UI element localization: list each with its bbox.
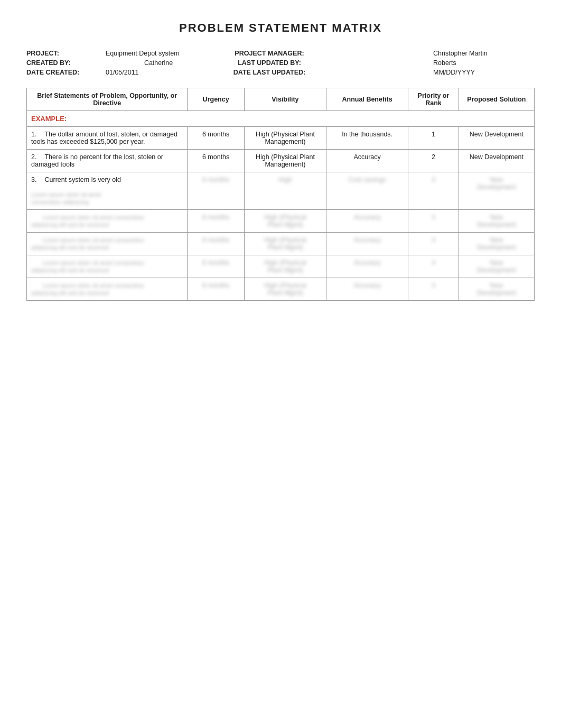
priority-cell-2: 3 (408, 172, 459, 210)
table-row: Lorem ipsum dolor sit amet consecteturad… (27, 255, 535, 278)
priority-cell-5: 3 (408, 255, 459, 278)
header-benefits: Annual Benefits (326, 88, 408, 111)
last-updated-label: LAST UPDATED BY: (211, 59, 328, 67)
header-priority: Priority or Rank (408, 88, 459, 111)
manager-label: PROJECT MANAGER: (211, 50, 328, 57)
problem-cell-4: Lorem ipsum dolor sit amet consecteturad… (27, 233, 188, 255)
benefits-cell-0: In the thousands. (326, 127, 408, 150)
benefits-cell-2: Cost savings (326, 172, 408, 210)
last-updated-value: Roberts (433, 59, 539, 67)
table-row: 2. There is no percent for the lost, sto… (27, 150, 535, 172)
benefits-cell-4: Accuracy (326, 233, 408, 255)
urgency-cell-0: 6 months (188, 127, 244, 150)
proposed-cell-0: New Development (459, 127, 534, 150)
problem-cell-3: Lorem ipsum dolor sit amet consecteturad… (27, 210, 188, 233)
created-by-value: Catherine (106, 59, 211, 67)
urgency-cell-5: 6 months (188, 255, 244, 278)
table-row: Lorem ipsum dolor sit amet consecteturad… (27, 210, 535, 233)
proposed-cell-4: NewDevelopment (459, 233, 534, 255)
priority-cell-0: 1 (408, 127, 459, 150)
proposed-cell-6: NewDevelopment (459, 278, 534, 301)
visibility-cell-0: High (Physical Plant Management) (244, 127, 326, 150)
problem-cell-1: 2. There is no percent for the lost, sto… (27, 150, 188, 172)
urgency-cell-3: 6 months (188, 210, 244, 233)
urgency-cell-2: 6 months (188, 172, 244, 210)
benefits-cell-3: Accuracy (326, 210, 408, 233)
problem-cell-6: Lorem ipsum dolor sit amet consecteturad… (27, 278, 188, 301)
date-last-updated-value: MM/DD/YYYY (433, 69, 539, 76)
date-created-label: DATE CREATED: (26, 69, 106, 76)
priority-cell-3: 3 (408, 210, 459, 233)
visibility-cell-5: High (PhysicalPlant Mgmt) (244, 255, 326, 278)
header-visibility: Visibility (244, 88, 326, 111)
table-row: Lorem ipsum dolor sit amet consecteturad… (27, 278, 535, 301)
table-row: Lorem ipsum dolor sit amet consecteturad… (27, 233, 535, 255)
proposed-cell-5: NewDevelopment (459, 255, 534, 278)
visibility-cell-4: High (PhysicalPlant Mgmt) (244, 233, 326, 255)
visibility-cell-6: High (PhysicalPlant Mgmt) (244, 278, 326, 301)
header-proposed: Proposed Solution (459, 88, 534, 111)
benefits-cell-5: Accuracy (326, 255, 408, 278)
date-last-updated-label: DATE LAST UPDATED: (211, 69, 328, 76)
manager-value: Christopher Martin (433, 50, 539, 57)
meta-grid: PROJECT: Equipment Depot system PROJECT … (26, 50, 535, 76)
urgency-cell-1: 6 months (188, 150, 244, 172)
priority-cell-6: 3 (408, 278, 459, 301)
proposed-cell-2: NewDevelopment (459, 172, 534, 210)
table-row: 3. Current system is very old Lorem ipsu… (27, 172, 535, 210)
project-label: PROJECT: (26, 50, 106, 57)
urgency-cell-4: 6 months (188, 233, 244, 255)
example-label: EXAMPLE: (27, 111, 535, 127)
proposed-cell-1: New Development (459, 150, 534, 172)
matrix-table: Brief Statements of Problem, Opportunity… (26, 88, 535, 301)
benefits-cell-6: Accuracy (326, 278, 408, 301)
problem-cell-0: 1. The dollar amount of lost, stolen, or… (27, 127, 188, 150)
priority-cell-1: 2 (408, 150, 459, 172)
page-title: PROBLEM STATEMENT MATRIX (26, 21, 535, 35)
urgency-cell-6: 6 months (188, 278, 244, 301)
priority-cell-4: 3 (408, 233, 459, 255)
table-row: 1. The dollar amount of lost, stolen, or… (27, 127, 535, 150)
problem-cell-2: 3. Current system is very old Lorem ipsu… (27, 172, 188, 210)
benefits-cell-1: Accuracy (326, 150, 408, 172)
visibility-cell-2: High (244, 172, 326, 210)
problem-cell-5: Lorem ipsum dolor sit amet consecteturad… (27, 255, 188, 278)
project-value: Equipment Depot system (106, 50, 211, 57)
date-created-value: 01/05/2011 (106, 69, 211, 76)
visibility-cell-3: High (PhysicalPlant Mgmt) (244, 210, 326, 233)
created-by-label: CREATED BY: (26, 59, 106, 67)
header-problem: Brief Statements of Problem, Opportunity… (27, 88, 188, 111)
proposed-cell-3: NewDevelopment (459, 210, 534, 233)
visibility-cell-1: High (Physical Plant Management) (244, 150, 326, 172)
header-urgency: Urgency (188, 88, 244, 111)
